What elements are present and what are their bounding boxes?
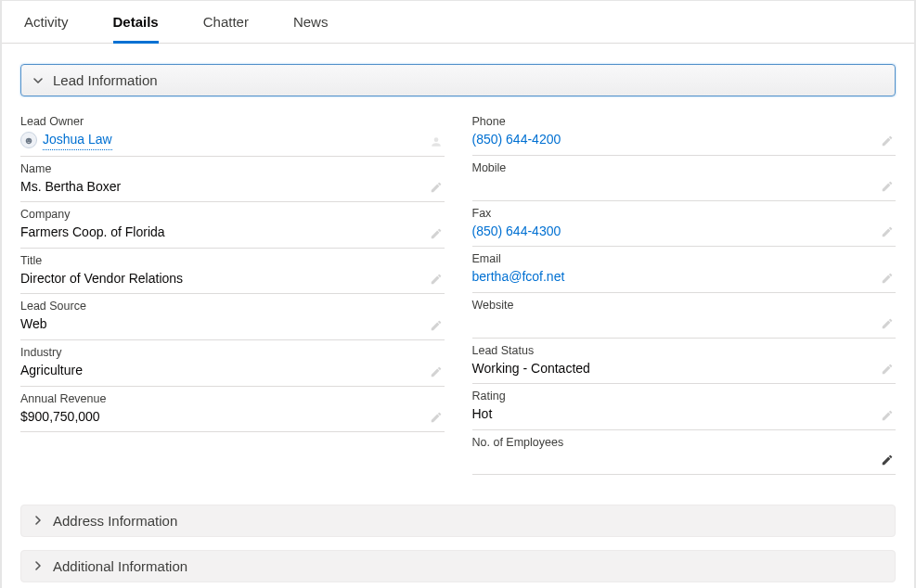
- pencil-icon[interactable]: [430, 411, 443, 424]
- field-label: Lead Owner: [20, 115, 443, 128]
- lead-fields: Lead Owner ☻ Joshua Law Name Ms. Bertha …: [20, 96, 896, 492]
- pencil-icon[interactable]: [881, 225, 894, 238]
- field-email: Email bertha@fcof.net: [472, 247, 897, 293]
- details-content: Lead Information Lead Owner ☻ Joshua Law…: [2, 44, 914, 582]
- email-link[interactable]: bertha@fcof.net: [472, 268, 895, 287]
- tab-bar: Activity Details Chatter News: [2, 1, 914, 44]
- field-rating: Rating Hot: [472, 384, 897, 430]
- phone-link[interactable]: (850) 644-4200: [472, 131, 895, 149]
- tab-news[interactable]: News: [293, 1, 329, 43]
- field-label: No. of Employees: [472, 436, 895, 449]
- field-label: Industry: [20, 346, 443, 359]
- field-value: ☻ Joshua Law: [20, 131, 443, 150]
- tab-chatter[interactable]: Chatter: [203, 1, 249, 43]
- field-label: Name: [20, 162, 443, 175]
- field-website: Website: [472, 293, 897, 339]
- chevron-right-icon: [31, 558, 45, 573]
- field-label: Annual Revenue: [20, 392, 443, 405]
- section-lead-information[interactable]: Lead Information: [20, 64, 896, 96]
- field-mobile: Mobile: [472, 156, 897, 201]
- field-label: Lead Source: [20, 300, 443, 313]
- field-label: Mobile: [472, 161, 895, 174]
- pencil-icon[interactable]: [430, 227, 443, 240]
- left-column: Lead Owner ☻ Joshua Law Name Ms. Bertha …: [20, 109, 445, 475]
- field-lead-owner: Lead Owner ☻ Joshua Law: [20, 109, 445, 157]
- pencil-icon[interactable]: [430, 365, 443, 378]
- field-value: [472, 314, 895, 332]
- section-address-information[interactable]: Address Information: [20, 505, 896, 537]
- pencil-icon[interactable]: [430, 181, 443, 194]
- field-label: Fax: [472, 207, 895, 220]
- field-name: Name Ms. Bertha Boxer: [20, 157, 445, 203]
- pencil-icon[interactable]: [881, 409, 894, 422]
- field-value: Director of Vendor Relations: [20, 270, 443, 288]
- chevron-down-icon: [31, 73, 45, 88]
- right-column: Phone (850) 644-4200 Mobile Fax (850) 64…: [472, 109, 897, 475]
- pencil-icon[interactable]: [881, 454, 894, 467]
- chevron-right-icon: [31, 513, 45, 528]
- field-value: Hot: [472, 405, 895, 424]
- field-label: Website: [472, 299, 895, 312]
- field-value: [472, 177, 895, 195]
- field-value: Ms. Bertha Boxer: [20, 178, 443, 197]
- tab-details[interactable]: Details: [113, 1, 159, 43]
- field-value: Farmers Coop. of Florida: [20, 224, 443, 242]
- pencil-icon[interactable]: [881, 317, 894, 330]
- field-value: [472, 452, 895, 455]
- field-fax: Fax (850) 644-4300: [472, 201, 897, 248]
- pencil-icon[interactable]: [881, 134, 894, 147]
- pencil-icon[interactable]: [881, 180, 894, 193]
- field-industry: Industry Agriculture: [20, 340, 445, 387]
- record-detail-panel: Activity Details Chatter News Lead Infor…: [0, 0, 916, 588]
- pencil-icon[interactable]: [430, 319, 443, 332]
- field-label: Lead Status: [472, 344, 895, 357]
- field-lead-source: Lead Source Web: [20, 294, 445, 340]
- pencil-icon[interactable]: [881, 363, 894, 376]
- pencil-icon[interactable]: [881, 272, 894, 285]
- section-title: Address Information: [53, 513, 177, 529]
- owner-link[interactable]: Joshua Law: [43, 131, 112, 150]
- section-title: Lead Information: [53, 72, 158, 88]
- section-title: Additional Information: [53, 558, 187, 574]
- field-value: Agriculture: [20, 362, 443, 380]
- change-owner-icon[interactable]: [430, 135, 443, 148]
- fax-link[interactable]: (850) 644-4300: [472, 223, 895, 241]
- field-phone: Phone (850) 644-4200: [472, 109, 897, 156]
- field-label: Title: [20, 254, 443, 267]
- field-value: Web: [20, 315, 443, 334]
- field-label: Phone: [472, 115, 895, 128]
- field-annual-revenue: Annual Revenue $900,750,000: [20, 387, 445, 433]
- section-additional-information[interactable]: Additional Information: [20, 550, 896, 582]
- field-title: Title Director of Vendor Relations: [20, 249, 445, 295]
- field-label: Email: [472, 252, 895, 265]
- field-value: Working - Contacted: [472, 360, 895, 378]
- field-no-of-employees: No. of Employees: [472, 430, 897, 475]
- pencil-icon[interactable]: [430, 273, 443, 286]
- tab-activity[interactable]: Activity: [24, 1, 69, 43]
- field-label: Company: [20, 208, 443, 221]
- avatar: ☻: [20, 132, 37, 148]
- field-label: Rating: [472, 390, 895, 403]
- field-value: $900,750,000: [20, 408, 443, 427]
- field-lead-status: Lead Status Working - Contacted: [472, 339, 897, 385]
- field-company: Company Farmers Coop. of Florida: [20, 202, 445, 249]
